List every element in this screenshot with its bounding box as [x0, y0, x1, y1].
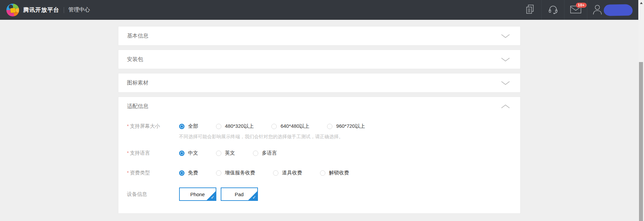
panel-package: 安装包 [118, 50, 521, 69]
required-asterisk: * [127, 123, 129, 129]
radio-unselected-icon[interactable] [216, 124, 221, 129]
brand-area: 腾讯开放平台 管理中心 [0, 4, 90, 16]
check-icon: ✓ [211, 195, 215, 200]
radio-option-label: 免费 [188, 170, 198, 176]
panel-title: 图标素材 [127, 79, 149, 87]
field-label-text: 设备信息 [127, 191, 147, 197]
user-account-button[interactable] [587, 0, 634, 20]
field-label-text: 支持屏幕大小 [130, 123, 160, 129]
radio-unselected-icon[interactable] [253, 151, 258, 156]
radio-option-screen-size-960x720[interactable]: 960*720以上 [327, 123, 365, 129]
radio-option-label: 中文 [188, 150, 198, 156]
panel-title: 安装包 [127, 56, 143, 63]
header-actions: 10+ [519, 0, 634, 20]
radio-option-label: 全部 [188, 123, 198, 129]
user-name-redaction-blob [604, 4, 633, 16]
radio-unselected-icon[interactable] [327, 124, 332, 129]
brand-divider [64, 7, 64, 13]
radio-unselected-icon[interactable] [320, 170, 325, 176]
radio-option-label: 960*720以上 [336, 123, 365, 129]
check-icon: ✓ [253, 195, 256, 200]
field-label-screen-size: *支持屏幕大小 [127, 123, 179, 129]
panel-title: 适配信息 [127, 103, 149, 110]
scroll-up-arrow-icon[interactable] [640, 2, 643, 4]
form-row-language: *支持语言中文英文多语言 [127, 150, 520, 156]
field-label-text: 支持语言 [130, 150, 150, 156]
brand-title[interactable]: 腾讯开放平台 [23, 6, 59, 14]
form-row-device-info: 设备信息Phone✓Pad✓ [127, 187, 520, 201]
radio-unselected-icon[interactable] [273, 170, 278, 176]
radio-option-label: 英文 [225, 150, 235, 156]
radio-option-label: 解锁收费 [329, 170, 349, 176]
required-asterisk: * [127, 150, 129, 156]
device-button-label: Pad [235, 191, 244, 197]
panel-title: 基本信息 [127, 33, 149, 40]
panel-basic-info: 基本信息 [118, 26, 521, 46]
documents-icon [525, 4, 535, 16]
radio-option-fee-type-unlock[interactable]: 解锁收费 [320, 170, 349, 176]
required-asterisk: * [127, 170, 129, 175]
radio-selected-icon[interactable] [179, 151, 184, 156]
field-label-fee-type: *资费类型 [127, 170, 179, 176]
panel-header-package[interactable]: 安装包 [118, 50, 520, 69]
support-button[interactable] [541, 0, 564, 20]
radio-option-language-multilingual[interactable]: 多语言 [253, 150, 277, 156]
field-label-language: *支持语言 [127, 150, 179, 156]
unread-count-badge: 10+ [576, 3, 587, 8]
radio-option-screen-size-all[interactable]: 全部 [179, 123, 198, 129]
panel-adaptation: 适配信息*支持屏幕大小全部480*320以上640*480以上960*720以上… [118, 97, 521, 214]
nav-title-management-center[interactable]: 管理中心 [68, 6, 90, 13]
radio-option-label: 480*320以上 [225, 123, 254, 129]
radio-option-label: 640*480以上 [280, 123, 309, 129]
radio-selected-icon[interactable] [179, 170, 184, 176]
radio-option-label: 增值服务收费 [225, 170, 255, 176]
radio-option-label: 多语言 [262, 150, 277, 156]
documents-button[interactable] [519, 0, 541, 20]
tencent-open-platform-logo-icon[interactable] [6, 4, 19, 16]
field-label-text: 资费类型 [130, 170, 150, 175]
radio-unselected-icon[interactable] [216, 170, 221, 176]
device-button-label: Phone [190, 191, 205, 197]
panel-header-basic-info[interactable]: 基本信息 [118, 26, 520, 45]
form-row-fee-type: *资费类型免费增值服务收费道具收费解锁收费 [127, 170, 520, 176]
form-row-screen-size: *支持屏幕大小全部480*320以上640*480以上960*720以上 [127, 123, 520, 129]
radio-option-label: 道具收费 [282, 170, 302, 176]
headset-icon [547, 4, 559, 16]
panel-header-adaptation[interactable]: 适配信息 [118, 97, 520, 116]
radio-option-screen-size-480x320[interactable]: 480*320以上 [216, 123, 254, 129]
radio-option-language-chinese[interactable]: 中文 [179, 150, 198, 156]
scrollbar-thumb[interactable] [639, 62, 643, 221]
radio-option-fee-type-value-added[interactable]: 增值服务收费 [216, 170, 255, 176]
scrollbar[interactable] [638, 0, 644, 221]
panel-header-icon-assets[interactable]: 图标素材 [118, 73, 520, 92]
panel-icon-assets: 图标素材 [118, 73, 521, 93]
user-icon [592, 4, 603, 16]
panel-body-adaptation: *支持屏幕大小全部480*320以上640*480以上960*720以上不同选择… [118, 116, 520, 213]
radio-option-language-english[interactable]: 英文 [216, 150, 235, 156]
accordion-panels: 基本信息安装包图标素材适配信息*支持屏幕大小全部480*320以上640*480… [118, 26, 521, 214]
field-note-screen-size: 不同选择可能会影响展示终端，我们会针对您的选择做手工测试，请正确选择。 [179, 134, 520, 140]
device-pad-button[interactable]: Pad✓ [221, 187, 258, 201]
messages-button[interactable]: 10+ [564, 0, 587, 20]
chevron-down-icon[interactable] [501, 57, 510, 62]
chevron-down-icon[interactable] [501, 34, 510, 39]
field-label-device-info: 设备信息 [127, 191, 179, 198]
radio-option-screen-size-640x480[interactable]: 640*480以上 [271, 123, 309, 129]
radio-option-fee-type-props[interactable]: 道具收费 [273, 170, 302, 176]
radio-option-fee-type-free[interactable]: 免费 [179, 170, 198, 176]
radio-unselected-icon[interactable] [271, 124, 277, 129]
top-nav-bar: 腾讯开放平台 管理中心 [0, 0, 644, 20]
chevron-up-icon[interactable] [501, 104, 510, 109]
chevron-down-icon[interactable] [501, 80, 510, 86]
radio-unselected-icon[interactable] [216, 151, 221, 156]
radio-selected-icon[interactable] [179, 124, 184, 129]
page-content: 基本信息安装包图标素材适配信息*支持屏幕大小全部480*320以上640*480… [0, 20, 638, 218]
device-phone-button[interactable]: Phone✓ [179, 187, 216, 201]
